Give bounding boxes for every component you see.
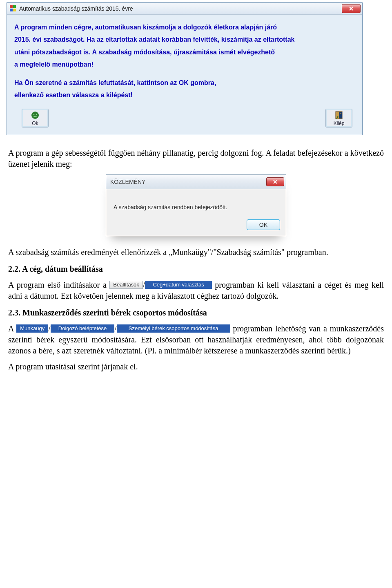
dialog2-footer: OK <box>106 215 286 236</box>
heading-22: 2.2. A cég, dátum beállítása <box>8 264 384 274</box>
dialog1-line: A program minden cégre, automatikusan ki… <box>14 21 355 34</box>
dialog1-line: 2015. évi szabadságot. Ha az eltartottak… <box>14 34 355 46</box>
svg-point-9 <box>340 113 341 114</box>
paragraph-23: A Munkaügy/Dolgozó beléptetése/Személyi … <box>8 323 384 356</box>
dialog2-titlebar: KÖZLEMÉNY <box>106 175 286 189</box>
svg-point-4 <box>31 112 39 119</box>
dialog1-line: a megfelelő menüpotban! <box>14 58 355 71</box>
svg-rect-2 <box>10 9 13 11</box>
dialog-notice: KÖZLEMÉNY A szabadság számitás rendben b… <box>106 174 286 236</box>
paragraph-22: A program első indításakor a Beállítások… <box>8 279 384 302</box>
ok-button[interactable]: Ok <box>22 109 49 127</box>
dialog2-body: A szabadság számitás rendben befejeződöt… <box>106 189 286 215</box>
svg-point-5 <box>33 114 35 115</box>
dialog1-line: utáni pótszabadságot is. A szabadság mód… <box>14 46 355 58</box>
dialog-auto-vacation: Automatikus szabadság számítás 2015. évr… <box>7 2 363 135</box>
dialog1-titlebar: Automatikus szabadság számítás 2015. évr… <box>7 3 362 15</box>
dialog1-close-button[interactable] <box>342 4 361 13</box>
menu-chip-dolgozo-beleptetese: Dolgozó beléptetése <box>51 324 115 333</box>
text: A program első indításakor a <box>8 280 109 289</box>
exit-door-icon <box>334 111 343 120</box>
notice-ok-label: OK <box>259 221 267 228</box>
svg-point-6 <box>36 114 37 115</box>
menu-chip-beallitasok: Beállítások <box>109 281 143 289</box>
ok-button-label: Ok <box>32 121 38 126</box>
ok-face-icon <box>31 111 40 120</box>
menu-chip-szemelyi-berek: Személyi bérek csoportos módosítása <box>117 324 230 333</box>
heading-23: 2.3. Munkaszerződés szerinti bérek csopo… <box>8 308 384 317</box>
paragraph-verify: A szabadság számítás eredményét ellenőri… <box>8 247 384 258</box>
text: A <box>8 324 16 333</box>
svg-rect-1 <box>13 5 16 8</box>
paragraph-last: A program utasításai szerint járjanak el… <box>8 361 384 372</box>
dialog2-title: KÖZLEMÉNY <box>110 179 266 185</box>
menu-chip-ceg-datum: Cég+dátum választás <box>145 281 212 289</box>
menu-chip-munkaugy: Munkaügy <box>16 324 48 333</box>
dialog1-blank-line <box>14 71 355 77</box>
notice-ok-button[interactable]: OK <box>247 219 280 230</box>
dialog1-line: ellenkező esetben válassza a kilépést! <box>14 89 355 101</box>
dialog1-body: A program minden cégre, automatikusan ki… <box>7 15 362 106</box>
app-icon <box>9 5 17 12</box>
dialog1-footer: Ok Kilép <box>7 106 362 135</box>
dialog2-close-button[interactable] <box>266 177 284 186</box>
dialog1-line: Ha Ön szeretné a számitás lefuttatását, … <box>14 77 355 89</box>
svg-point-10 <box>341 113 341 114</box>
svg-rect-0 <box>10 5 13 8</box>
svg-rect-3 <box>13 9 16 11</box>
exit-button-label: Kilép <box>334 121 345 126</box>
paragraph-intro: A program a gép sebességétől függően néh… <box>8 148 384 170</box>
exit-button[interactable]: Kilép <box>325 109 352 127</box>
dialog1-title: Automatikus szabadság számítás 2015. évr… <box>19 5 342 12</box>
